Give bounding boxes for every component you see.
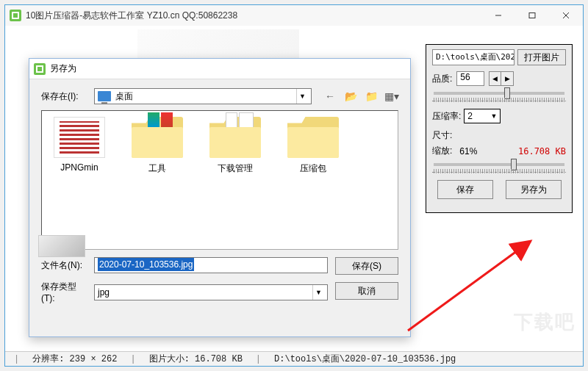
svg-rect-1 — [529, 13, 535, 18]
view-menu-icon[interactable]: ▦▾ — [385, 90, 398, 103]
location-dropdown[interactable]: 桌面 ▼ — [94, 88, 312, 104]
filename-label: 文件名(N): — [41, 259, 88, 272]
resolution-value: 239 × 262 — [70, 354, 118, 364]
ratio-select[interactable]: 2 ▼ — [464, 109, 501, 123]
settings-panel: D:\tools\桌面\2020-07-10_1 打开图片 品质: 56 ◀ ▶… — [426, 44, 573, 213]
save-in-label: 保存在(I): — [41, 90, 88, 103]
filetype-value: jpg — [98, 287, 110, 298]
desktop-icon — [98, 91, 111, 101]
file-label: 工具 — [148, 162, 166, 175]
compressed-size: 16.708 KB — [518, 146, 566, 156]
quality-stepper[interactable]: ◀ ▶ — [489, 71, 514, 86]
scale-slider[interactable] — [434, 163, 564, 166]
size-label: 尺寸: — [432, 129, 566, 142]
maximize-button[interactable] — [515, 5, 549, 26]
window-title: 10图片压缩器-易志软件工作室 YZ10.cn QQ:50862238 — [26, 10, 237, 22]
chevron-down-icon: ▼ — [312, 285, 324, 300]
dialog-title: 另存为 — [50, 62, 76, 75]
watermark: 下载吧 — [514, 309, 576, 335]
file-item-archive[interactable]: 压缩包 — [282, 117, 345, 175]
save-button[interactable]: 保存 — [437, 180, 493, 199]
main-window: 10图片压缩器-易志软件工作室 YZ10.cn QQ:50862238 D:\t… — [4, 4, 584, 367]
filesize-label: 图片大小: — [149, 354, 190, 364]
file-browser[interactable]: JPNGmin 工具 — [41, 110, 398, 250]
dialog-cancel-button[interactable]: 取消 — [335, 282, 398, 300]
file-path-field[interactable]: D:\tools\桌面\2020-07-10_1 — [432, 49, 514, 65]
location-value: 桌面 — [115, 90, 133, 103]
filetype-dropdown[interactable]: jpg ▼ — [94, 284, 328, 300]
save-as-button[interactable]: 另存为 — [506, 180, 562, 199]
status-bar: | 分辨率: 239 × 262 | 图片大小: 16.708 KB | D:\… — [5, 351, 583, 366]
stepper-right-icon[interactable]: ▶ — [501, 72, 513, 85]
file-item-jpngmin[interactable]: JPNGmin — [48, 117, 111, 173]
scale-label: 缩放: — [432, 145, 452, 157]
stepper-left-icon[interactable]: ◀ — [490, 72, 501, 85]
dialog-save-button[interactable]: 保存(S) — [335, 257, 398, 275]
save-as-dialog: 另存为 保存在(I): 桌面 ▼ ← 📂 📁 — [29, 58, 411, 337]
slider-ticks — [434, 169, 564, 173]
file-label: 下载管理 — [218, 162, 253, 175]
chevron-down-icon: ▼ — [296, 89, 308, 104]
open-image-button[interactable]: 打开图片 — [517, 49, 566, 65]
ratio-label: 压缩率: — [432, 110, 461, 123]
minimize-button[interactable] — [481, 5, 515, 26]
new-folder-icon[interactable]: 📁 — [365, 90, 378, 103]
file-item-tools[interactable]: 工具 — [126, 117, 189, 175]
scale-value: 61% — [459, 146, 477, 156]
filesize-value: 16.708 KB — [195, 354, 243, 364]
filename-input[interactable]: 2020-07-10_103536.jpg — [94, 257, 328, 273]
app-icon — [10, 10, 21, 21]
close-button[interactable] — [549, 5, 583, 26]
back-icon[interactable]: ← — [323, 90, 337, 103]
filename-value: 2020-07-10_103536.jpg — [98, 258, 194, 271]
quality-label: 品质: — [432, 73, 452, 85]
filetype-label: 保存类型(T): — [41, 281, 88, 303]
quality-slider[interactable] — [434, 92, 564, 95]
preview-thumbnail — [38, 235, 85, 257]
status-path: D:\tools\桌面\2020-07-10_103536.jpg — [274, 353, 456, 365]
file-label: 压缩包 — [300, 162, 326, 175]
file-item-downloads[interactable]: 下载管理 — [204, 117, 267, 175]
slider-ticks — [434, 98, 564, 102]
titlebar: 10图片压缩器-易志软件工作室 YZ10.cn QQ:50862238 — [5, 5, 583, 26]
resolution-label: 分辨率: — [32, 354, 64, 364]
ratio-value: 2 — [467, 111, 473, 121]
chevron-down-icon: ▼ — [490, 112, 497, 120]
quality-input[interactable]: 56 — [456, 71, 484, 86]
dialog-titlebar: 另存为 — [29, 59, 410, 79]
dialog-icon — [34, 63, 46, 75]
file-label: JPNGmin — [60, 162, 98, 173]
up-folder-icon[interactable]: 📂 — [344, 90, 357, 103]
